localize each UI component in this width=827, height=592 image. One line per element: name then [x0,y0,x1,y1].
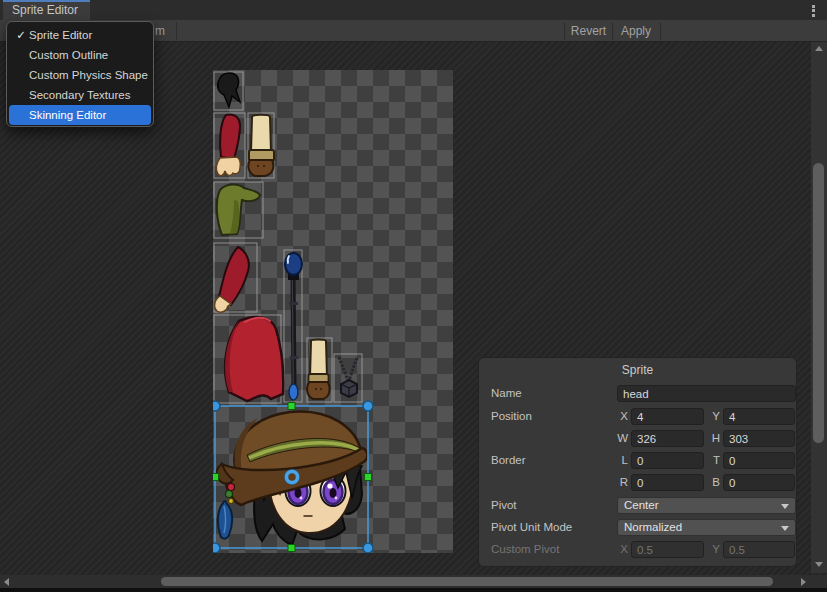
edge-handle-right[interactable] [365,474,372,481]
toolbar-separator [176,22,177,40]
custom-pivot-x-prefix: X [612,541,628,558]
border-l-input[interactable] [631,452,704,469]
pivot-dropdown-value: Center [624,499,659,511]
green-scarf-sprite [217,184,260,235]
scroll-left-icon[interactable] [4,578,9,586]
horizontal-scrollbar-thumb[interactable] [161,577,773,586]
editor-mode-menu: ✓ Sprite Editor Custom Outline Custom Ph… [6,21,154,127]
name-input[interactable] [617,385,796,402]
custom-pivot-y-input [723,541,795,558]
position-w-input[interactable] [631,430,704,447]
corner-handle-top-right[interactable] [363,401,373,411]
custom-pivot-label: Custom Pivot [491,541,559,558]
menu-item-secondary-textures[interactable]: Secondary Textures [7,85,153,105]
menu-item-skinning-editor[interactable]: Skinning Editor [9,105,151,125]
b-prefix: B [704,474,720,491]
corner-handle-top-left[interactable] [213,401,220,411]
pivot-unit-mode-dropdown[interactable]: Normalized [617,519,796,536]
revert-button[interactable]: Revert [565,20,612,42]
pivot-label: Pivot [491,497,517,514]
red-cape-sprite [225,317,283,401]
tab-sprite-editor[interactable]: Sprite Editor [3,0,90,20]
r-prefix: R [612,474,628,491]
red-sleeve-arm-sprite [216,114,240,175]
h-prefix: H [704,430,720,447]
position-x-input[interactable] [631,408,704,425]
toolbar-separator [660,22,661,40]
kebab-menu-icon[interactable] [807,3,819,18]
l-prefix: L [612,452,628,469]
pivot-unit-mode-label: Pivot Unit Mode [491,519,572,536]
border-r-input[interactable] [631,474,704,491]
hair-tuft-sprite [218,73,240,107]
menu-item-custom-physics-shape[interactable]: Custom Physics Shape [7,65,153,85]
title-bar: Sprite Editor [0,0,827,20]
head-sprite[interactable] [216,411,367,545]
menu-item-sprite-editor[interactable]: ✓ Sprite Editor [7,25,153,45]
truncated-trim-button[interactable]: m [155,24,165,38]
border-label: Border [491,452,526,469]
border-t-input[interactable] [723,452,795,469]
t-prefix: T [704,452,720,469]
x-prefix: X [612,408,628,425]
staff-sprite [285,253,302,400]
position-h-input[interactable] [723,430,795,447]
boot-sprite [248,115,274,176]
vertical-scrollbar-thumb[interactable] [813,163,824,443]
apply-button[interactable]: Apply [613,20,659,42]
scroll-down-icon[interactable] [815,562,823,567]
scroll-right-icon[interactable] [801,578,806,586]
sprite-sheet-texture[interactable] [213,70,453,553]
corner-handle-bottom-left[interactable] [213,543,220,553]
custom-pivot-y-prefix: Y [704,541,720,558]
position-y-input[interactable] [723,408,795,425]
border-b-input[interactable] [723,474,795,491]
scroll-up-icon[interactable] [815,46,823,51]
pivot-unit-mode-value: Normalized [624,521,682,533]
red-sleeve-arm-2-sprite [215,247,249,312]
menu-item-custom-outline[interactable]: Custom Outline [7,45,153,65]
edge-handle-top[interactable] [288,403,295,410]
name-label: Name [491,385,522,402]
chevron-down-icon [781,504,789,509]
custom-pivot-x-input [631,541,704,558]
horizontal-scrollbar[interactable] [0,575,811,588]
window-bottom-edge [0,588,827,592]
panel-title: Sprite [479,363,796,377]
boot-2-sprite [307,340,329,400]
y-prefix: Y [704,408,720,425]
edge-handle-bottom[interactable] [288,545,295,552]
position-label: Position [491,408,532,425]
edge-handle-left[interactable] [213,474,219,481]
amulet-sprite [339,357,357,397]
chevron-down-icon [781,526,789,531]
pivot-dropdown[interactable]: Center [617,497,796,514]
scrollbar-corner [811,575,827,588]
corner-handle-bottom-right[interactable] [363,543,373,553]
sprite-editor-window: Sprite Editor m Revert Apply [0,0,827,592]
sprite-inspector-panel: Sprite Name Position X Y W H Border L T … [478,357,797,567]
checkmark-icon: ✓ [14,25,28,45]
sprite-sheet-art [213,70,453,553]
vertical-scrollbar[interactable] [811,42,827,573]
w-prefix: W [612,430,628,447]
